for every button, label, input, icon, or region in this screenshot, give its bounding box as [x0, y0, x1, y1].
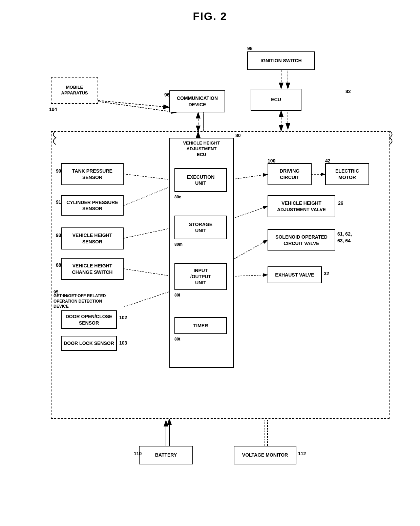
ignition-switch-ref: 98	[247, 46, 253, 51]
vehicle-height-adjustment-valve-box: VEHICLE HEIGHT ADJUSTMENT VALVE	[268, 195, 335, 217]
door-open-close-sensor-ref: 102	[119, 315, 127, 320]
storage-unit-ref: 80m	[174, 242, 183, 247]
diagram: MOBILE APPARATUS 104 IGNITION SWITCH 98 …	[24, 33, 396, 500]
vehicle-height-change-switch-ref: 88	[56, 262, 61, 268]
vehicle-height-ecu-label: VEHICLE HEIGHTADJUSTMENTECU	[171, 140, 232, 158]
page-title: FIG. 2	[193, 10, 227, 23]
voltage-monitor-box: VOLTAGE MONITOR	[234, 446, 296, 464]
exhaust-valve-box: EXHAUST VALVE	[268, 266, 322, 283]
vehicle-height-adjustment-valve-label: VEHICLE HEIGHT ADJUSTMENT VALVE	[277, 200, 326, 212]
driving-circuit-box: DRIVING CIRCUIT	[268, 163, 312, 185]
communication-device-box: COMMUNICATION DEVICE	[169, 90, 225, 112]
vehicle-height-change-switch-box: VEHICLE HEIGHT CHANGE SWITCH	[61, 258, 124, 280]
door-open-close-sensor-box: DOOR OPEN/CLOSE SENSOR	[61, 310, 117, 329]
input-output-unit-ref: 80i	[174, 293, 180, 298]
exhaust-valve-ref: 32	[324, 271, 329, 276]
timer-box: TIMER	[174, 317, 227, 334]
battery-ref: 110	[134, 451, 142, 456]
driving-circuit-label: DRIVING CIRCUIT	[280, 168, 299, 180]
door-open-close-sensor-label: DOOR OPEN/CLOSE SENSOR	[66, 313, 112, 326]
tank-pressure-sensor-ref: 90	[56, 168, 61, 174]
battery-label: BATTERY	[155, 452, 177, 458]
storage-unit-label: STORAGE UNIT	[189, 221, 212, 234]
communication-device-label: COMMUNICATION DEVICE	[177, 95, 218, 107]
execution-unit-ref: 80c	[174, 195, 181, 199]
electric-motor-ref: 42	[325, 158, 331, 163]
vehicle-height-sensor-label: VEHICLE HEIGHT SENSOR	[72, 232, 112, 244]
ecu-main-box: ECU	[251, 89, 301, 111]
execution-unit-label: EXECUTION UNIT	[187, 174, 215, 186]
communication-device-ref: 96	[164, 92, 170, 97]
svg-line-28	[98, 101, 169, 107]
vehicle-height-sensor-ref: 93	[56, 233, 61, 238]
voltage-monitor-ref: 112	[298, 451, 306, 456]
svg-line-17	[91, 101, 176, 112]
tank-pressure-sensor-box: TANK PRESSURE SENSOR	[61, 163, 124, 185]
ignition-switch-label: IGNITION SWITCH	[260, 58, 301, 64]
cylinder-pressure-sensor-box: CYLINDER PRESSURE SENSOR	[61, 195, 124, 216]
cylinder-pressure-sensor-label: CYLINDER PRESSURE SENSOR	[66, 199, 118, 212]
door-lock-sensor-ref: 103	[119, 340, 127, 346]
cylinder-pressure-sensor-ref: 91	[56, 199, 61, 205]
driving-circuit-ref: 100	[268, 158, 275, 163]
vehicle-height-adjustment-valve-ref: 26	[338, 200, 343, 206]
tank-pressure-sensor-label: TANK PRESSURE SENSOR	[72, 168, 112, 180]
mobile-apparatus-box: MOBILE APPARATUS	[51, 77, 98, 104]
mobile-apparatus-ref: 104	[49, 107, 57, 112]
timer-ref: 80t	[174, 337, 180, 342]
solenoid-operated-circuit-valve-label: SOLENOID OPERATED CIRCUIT VALVE	[275, 234, 328, 246]
get-in-get-off-label: GET-IN/GET-OFF RELATEDOPERATION DETECTIO…	[54, 293, 116, 309]
door-lock-sensor-label: DOOR LOCK SENSOR	[64, 340, 114, 346]
solenoid-operated-circuit-valve-ref: 61, 62, 63, 64	[337, 231, 352, 244]
solenoid-operated-circuit-valve-box: SOLENOID OPERATED CIRCUIT VALVE	[268, 229, 335, 251]
vehicle-height-change-switch-label: VEHICLE HEIGHT CHANGE SWITCH	[72, 263, 113, 275]
execution-unit-box: EXECUTION UNIT	[174, 168, 227, 192]
vhecu-ref: 80	[235, 133, 241, 138]
exhaust-valve-label: EXHAUST VALVE	[275, 272, 314, 278]
battery-box: BATTERY	[139, 446, 193, 464]
electric-motor-box: ELECTRIC MOTOR	[325, 163, 369, 185]
electric-motor-label: ELECTRIC MOTOR	[335, 168, 359, 180]
ignition-switch-box: IGNITION SWITCH	[247, 51, 315, 70]
input-output-unit-box: INPUT /OUTPUT UNIT	[174, 263, 227, 290]
mobile-apparatus-label: MOBILE APPARATUS	[61, 85, 88, 96]
voltage-monitor-label: VOLTAGE MONITOR	[242, 452, 288, 458]
door-lock-sensor-box: DOOR LOCK SENSOR	[61, 336, 117, 351]
storage-unit-box: STORAGE UNIT	[174, 216, 227, 239]
input-output-unit-label: INPUT /OUTPUT UNIT	[190, 267, 211, 286]
vehicle-height-sensor-box: VEHICLE HEIGHT SENSOR	[61, 227, 124, 249]
ecu-main-label: ECU	[271, 96, 281, 103]
timer-label: TIMER	[193, 323, 208, 329]
ecu-main-ref: 82	[345, 89, 351, 94]
